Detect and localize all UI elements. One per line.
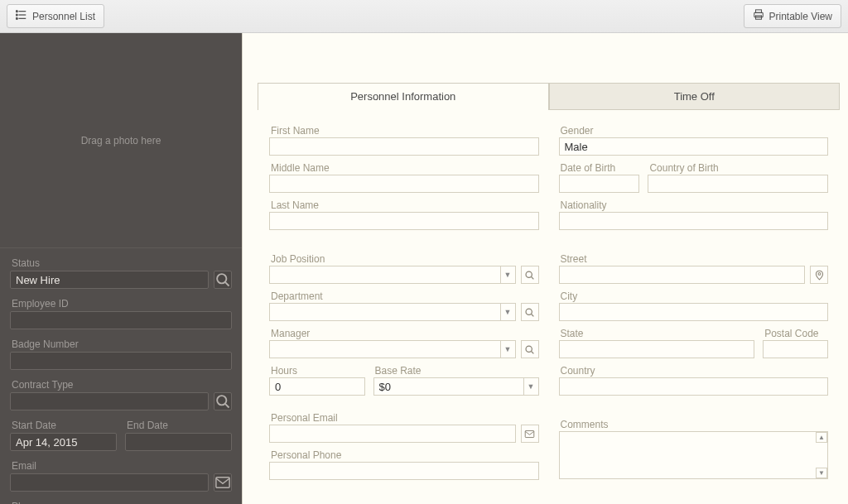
gender-label: Gender: [559, 125, 829, 137]
employee-id-label: Employee ID: [10, 295, 232, 311]
last-name-label: Last Name: [269, 199, 539, 212]
city-input[interactable]: [559, 303, 829, 321]
base-rate-select[interactable]: ▼: [373, 377, 539, 396]
hours-input[interactable]: [269, 377, 365, 396]
personnel-list-label: Personnel List: [32, 11, 95, 22]
svg-point-14: [526, 271, 532, 277]
start-date-input[interactable]: [10, 433, 117, 451]
sidebar: Drag a photo here Status Employee ID Bad…: [0, 33, 242, 504]
svg-point-18: [526, 346, 532, 352]
personal-email-input[interactable]: [269, 425, 516, 443]
postal-label: Postal Code: [763, 328, 828, 340]
email-compose-button[interactable]: [214, 473, 232, 492]
last-name-input[interactable]: [269, 212, 539, 230]
svg-point-11: [217, 396, 226, 405]
comments-label: Comments: [559, 419, 829, 431]
contract-type-lookup-button[interactable]: [214, 392, 232, 410]
email-label: Email: [10, 458, 232, 473]
first-name-label: First Name: [269, 125, 539, 137]
start-date-label: Start Date: [10, 417, 117, 433]
svg-point-5: [16, 18, 17, 20]
personal-email-label: Personal Email: [269, 412, 539, 425]
chevron-down-icon: ▼: [500, 266, 515, 283]
chevron-down-icon: ▼: [523, 378, 538, 395]
dob-label: Date of Birth: [559, 162, 640, 175]
base-rate-label: Base Rate: [373, 365, 539, 377]
manager-label: Manager: [269, 328, 539, 340]
hours-label: Hours: [269, 365, 365, 377]
country-input[interactable]: [559, 377, 829, 396]
printable-view-label: Printable View: [769, 11, 833, 22]
street-label: Street: [559, 253, 829, 266]
svg-rect-13: [216, 478, 229, 488]
postal-input[interactable]: [763, 340, 828, 358]
nationality-label: Nationality: [559, 199, 829, 212]
header-bar: Personnel List Printable View: [0, 0, 848, 33]
svg-point-21: [818, 272, 821, 275]
contract-type-label: Contract Type: [10, 377, 232, 392]
chevron-down-icon: ▼: [500, 341, 515, 358]
svg-line-10: [225, 282, 229, 286]
badge-input[interactable]: [10, 352, 232, 370]
tab-personnel-info[interactable]: Personnel Information: [258, 83, 549, 109]
job-select[interactable]: ▼: [269, 266, 516, 284]
department-label: Department: [269, 290, 539, 303]
contract-type-input[interactable]: [10, 392, 209, 410]
svg-point-16: [526, 309, 532, 314]
scroll-down-icon[interactable]: ▼: [816, 468, 827, 478]
end-date-input[interactable]: [125, 433, 232, 451]
manager-select[interactable]: ▼: [269, 340, 516, 358]
chevron-down-icon: ▼: [500, 304, 515, 320]
photo-drop-label: Drag a photo here: [81, 135, 161, 146]
content-panel: Personnel Information Time Off First Nam…: [242, 33, 848, 504]
middle-name-input[interactable]: [269, 175, 539, 193]
photo-drop-zone[interactable]: Drag a photo here: [0, 33, 242, 248]
city-label: City: [559, 290, 829, 303]
first-name-input[interactable]: [269, 137, 539, 156]
printer-icon: [753, 9, 764, 23]
personal-phone-label: Personal Phone: [269, 449, 539, 462]
middle-name-label: Middle Name: [269, 162, 539, 175]
cob-label: Country of Birth: [648, 162, 828, 175]
department-select[interactable]: ▼: [269, 303, 516, 321]
tabs: Personnel Information Time Off: [258, 83, 840, 110]
personal-email-button[interactable]: [521, 425, 539, 443]
printable-view-button[interactable]: Printable View: [744, 4, 842, 28]
list-icon: [16, 9, 27, 23]
personal-phone-input[interactable]: [269, 462, 539, 480]
svg-point-9: [217, 274, 226, 283]
state-input[interactable]: [559, 340, 755, 358]
job-lookup-button[interactable]: [521, 266, 539, 284]
phone-label: Phone: [10, 498, 232, 504]
cob-input[interactable]: [648, 175, 828, 193]
status-label: Status: [10, 255, 232, 271]
comments-textarea[interactable]: ▲ ▼: [559, 431, 829, 479]
svg-line-17: [532, 314, 534, 316]
svg-line-12: [225, 404, 229, 407]
email-input[interactable]: [10, 473, 209, 492]
nationality-input[interactable]: [559, 212, 829, 230]
personnel-list-button[interactable]: Personnel List: [7, 4, 104, 28]
manager-lookup-button[interactable]: [521, 340, 539, 358]
badge-label: Badge Number: [10, 336, 232, 352]
country-label: Country: [559, 365, 829, 377]
state-label: State: [559, 328, 755, 340]
svg-line-19: [532, 351, 534, 353]
svg-point-4: [16, 14, 17, 16]
end-date-label: End Date: [125, 417, 232, 433]
scroll-up-icon[interactable]: ▲: [816, 432, 827, 443]
street-input[interactable]: [559, 266, 806, 284]
status-lookup-button[interactable]: [214, 271, 232, 289]
job-label: Job Position: [269, 253, 539, 266]
department-lookup-button[interactable]: [521, 303, 539, 321]
tab-time-off[interactable]: Time Off: [549, 83, 841, 109]
dob-input[interactable]: [559, 175, 640, 193]
gender-input[interactable]: [559, 137, 829, 156]
employee-id-input[interactable]: [10, 311, 232, 329]
svg-rect-20: [525, 430, 534, 437]
status-input[interactable]: [10, 271, 209, 289]
svg-point-3: [16, 11, 17, 12]
map-pin-button[interactable]: [810, 266, 828, 284]
svg-line-15: [532, 276, 534, 279]
